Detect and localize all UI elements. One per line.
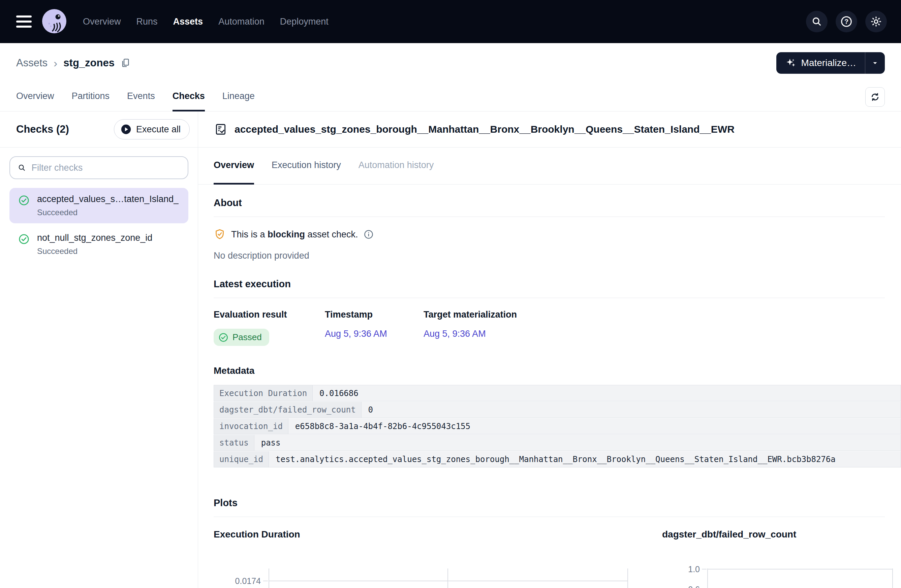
table-row: invocation_id e658b8c8-3a1a-4b4f-82b6-4c… bbox=[214, 418, 901, 435]
checks-sidebar: Checks (2) Execute all bbox=[0, 112, 198, 588]
chart-execution-duration: Execution Duration 0.0174 bbox=[214, 529, 648, 540]
play-icon bbox=[120, 124, 132, 135]
nav-item-runs[interactable]: Runs bbox=[136, 17, 158, 27]
filter-checks-input[interactable] bbox=[32, 163, 180, 173]
help-icon[interactable]: ? bbox=[836, 11, 857, 32]
nav-links: Overview Runs Assets Automation Deployme… bbox=[83, 17, 329, 27]
settings-gear-icon[interactable] bbox=[865, 11, 887, 32]
tab-check-overview[interactable]: Overview bbox=[214, 148, 254, 185]
chart-title: Execution Duration bbox=[214, 529, 648, 540]
metadata-key: status bbox=[214, 435, 254, 451]
plots-heading: Plots bbox=[198, 498, 901, 509]
nav-item-overview[interactable]: Overview bbox=[83, 17, 121, 27]
filter-checks-box bbox=[9, 156, 189, 179]
check-detail-panel: accepted_values_stg_zones_borough__Manha… bbox=[198, 112, 901, 588]
breadcrumb-row: Assets › stg_zones Materialize… bbox=[0, 43, 901, 82]
tab-events[interactable]: Events bbox=[127, 82, 155, 112]
metadata-value: pass bbox=[254, 435, 901, 451]
metadata-value: test.analytics.accepted_values_stg_zones… bbox=[269, 451, 901, 467]
metadata-key: invocation_id bbox=[214, 418, 288, 434]
execute-all-button[interactable]: Execute all bbox=[114, 119, 190, 139]
check-success-icon bbox=[18, 233, 30, 245]
nav-item-assets[interactable]: Assets bbox=[173, 17, 203, 27]
blocking-note: This is a blocking asset check. bbox=[198, 228, 901, 240]
chart-title: dagster_dbt/failed_row_count bbox=[662, 529, 901, 540]
metadata-value: 0 bbox=[362, 402, 901, 418]
hamburger-menu-icon[interactable] bbox=[16, 16, 32, 28]
shield-check-icon bbox=[214, 228, 226, 240]
check-success-icon bbox=[218, 332, 228, 342]
checks-panel-title: Checks (2) bbox=[16, 123, 69, 135]
check-name: accepted_values_s…taten_Island_ bbox=[37, 194, 179, 204]
metadata-value: e658b8c8-3a1a-4b4f-82b6-4c955043c155 bbox=[288, 418, 901, 434]
app-root: Overview Runs Assets Automation Deployme… bbox=[0, 0, 901, 588]
latest-execution-table: Evaluation result Passed bbox=[198, 310, 901, 346]
metadata-key: Execution Duration bbox=[214, 385, 313, 401]
info-icon[interactable] bbox=[363, 229, 374, 240]
breadcrumb-assets-link[interactable]: Assets bbox=[16, 57, 47, 69]
search-icon bbox=[17, 163, 26, 173]
top-nav: Overview Runs Assets Automation Deployme… bbox=[0, 0, 901, 43]
nav-icon-buttons: ? bbox=[806, 11, 887, 32]
col-timestamp: Timestamp bbox=[325, 310, 424, 320]
check-list: accepted_values_s…taten_Island_ Succeede… bbox=[9, 188, 189, 262]
table-row: Execution Duration 0.016686 bbox=[214, 385, 901, 402]
materialize-split-button: Materialize… bbox=[776, 52, 885, 74]
col-evaluation-result: Evaluation result bbox=[214, 310, 325, 320]
y-tick-label: 0.0174 bbox=[214, 576, 261, 586]
breadcrumb-current-asset: stg_zones bbox=[63, 57, 115, 69]
check-detail-tabs: Overview Execution history Automation hi… bbox=[198, 148, 901, 185]
sparkle-icon bbox=[785, 57, 797, 69]
tab-execution-history[interactable]: Execution history bbox=[271, 148, 341, 185]
metadata-heading: Metadata bbox=[198, 366, 901, 376]
check-list-item[interactable]: not_null_stg_zones_zone_id Succeeded bbox=[9, 227, 189, 262]
table-row: unique_id test.analytics.accepted_values… bbox=[214, 451, 901, 468]
table-row: dagster_dbt/failed_row_count 0 bbox=[214, 402, 901, 418]
check-name: not_null_stg_zones_zone_id bbox=[37, 233, 152, 243]
materialize-dropdown-caret[interactable] bbox=[865, 52, 885, 74]
col-target-materialization: Target materialization bbox=[424, 310, 517, 320]
copy-icon[interactable] bbox=[120, 58, 131, 68]
no-description-text: No description provided bbox=[198, 250, 901, 261]
breadcrumb-chevron-icon: › bbox=[54, 57, 57, 69]
metadata-key: unique_id bbox=[214, 451, 269, 467]
tab-lineage[interactable]: Lineage bbox=[222, 82, 255, 112]
about-heading: About bbox=[198, 198, 901, 208]
check-list-item[interactable]: accepted_values_s…taten_Island_ Succeede… bbox=[9, 188, 189, 223]
target-materialization-link[interactable]: Aug 5, 9:36 AM bbox=[424, 329, 486, 339]
materialize-button[interactable]: Materialize… bbox=[776, 52, 865, 74]
svg-text:?: ? bbox=[844, 18, 848, 25]
y-tick-label: 0.6 bbox=[676, 585, 700, 588]
refresh-button[interactable] bbox=[865, 87, 885, 107]
dagster-logo[interactable] bbox=[41, 8, 68, 35]
nav-item-deployment[interactable]: Deployment bbox=[280, 17, 329, 27]
tab-partitions[interactable]: Partitions bbox=[72, 82, 110, 112]
check-detail-content: About This is a blocking asset check. No… bbox=[198, 185, 901, 588]
latest-execution-heading: Latest execution bbox=[198, 278, 901, 289]
asset-tabs: Overview Partitions Events Checks Lineag… bbox=[0, 82, 901, 112]
timestamp-link[interactable]: Aug 5, 9:36 AM bbox=[325, 329, 387, 339]
check-detail-title: accepted_values_stg_zones_borough__Manha… bbox=[234, 124, 734, 135]
tab-checks[interactable]: Checks bbox=[173, 82, 205, 112]
passed-badge: Passed bbox=[214, 329, 269, 346]
search-icon[interactable] bbox=[806, 11, 828, 32]
metadata-key: dagster_dbt/failed_row_count bbox=[214, 402, 362, 418]
check-success-icon bbox=[18, 194, 30, 206]
check-status: Succeeded bbox=[37, 247, 152, 256]
check-status: Succeeded bbox=[37, 208, 179, 217]
table-row: status pass bbox=[214, 435, 901, 451]
tab-automation-history: Automation history bbox=[359, 148, 434, 185]
y-tick-label: 1.0 bbox=[676, 565, 700, 574]
metadata-table: Execution Duration 0.016686 dagster_dbt/… bbox=[214, 385, 901, 468]
metadata-value: 0.016686 bbox=[313, 385, 901, 401]
plots-charts: Execution Duration 0.0174 dagster_dbt/fa… bbox=[198, 529, 901, 588]
nav-item-automation[interactable]: Automation bbox=[218, 17, 265, 27]
tab-overview[interactable]: Overview bbox=[16, 82, 54, 112]
asset-check-icon bbox=[214, 123, 227, 136]
chart-failed-row-count: dagster_dbt/failed_row_count 1.0 0.6 bbox=[662, 529, 901, 540]
